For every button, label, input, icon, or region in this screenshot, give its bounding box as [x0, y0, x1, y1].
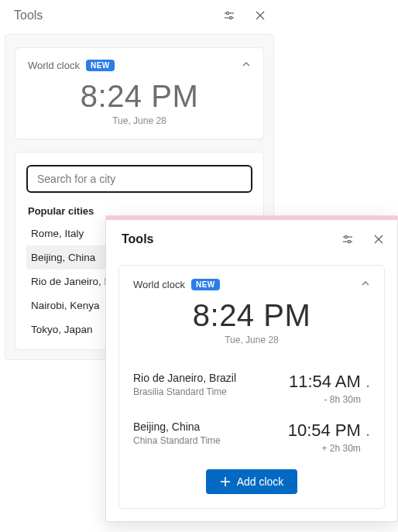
world-clock-card: World clock NEW 8:24 PM Tue, June 28 Rio… [118, 265, 385, 509]
primary-clock-date: Tue, June 28 [133, 335, 370, 345]
row-city: Beijing, China [133, 420, 288, 433]
row-timezone: Brasilia Standard Time [133, 386, 289, 397]
primary-clock: 8:24 PM Tue, June 28 [133, 298, 370, 345]
panel-header: Tools [0, 0, 279, 29]
row-city: Rio de Janeiro, Brazil [133, 372, 289, 384]
world-clock-label: World clock [133, 279, 185, 290]
row-time: 11:54 AM [289, 372, 361, 392]
world-clock-header[interactable]: World clock NEW [133, 278, 370, 290]
world-clock-label: World clock [28, 60, 80, 71]
row-timezone: China Standard Time [133, 435, 288, 446]
row-offset: + 2h 30m [288, 443, 361, 454]
new-badge: NEW [191, 279, 220, 290]
tools-panel-foreground: Tools World clock NEW [105, 215, 398, 522]
panel-title: Tools [122, 232, 153, 246]
primary-clock-time: 8:24 PM [28, 79, 251, 114]
world-clock-card: World clock NEW 8:24 PM Tue, June 28 [15, 47, 264, 139]
city-search-input[interactable] [26, 165, 252, 193]
close-icon[interactable] [245, 4, 276, 27]
chevron-up-icon[interactable] [361, 278, 370, 290]
row-offset: - 8h 30m [289, 394, 361, 405]
primary-clock-date: Tue, June 28 [28, 115, 251, 126]
add-clock-button[interactable]: Add clock [206, 469, 298, 494]
svg-point-9 [348, 240, 350, 242]
settings-sliders-icon[interactable] [214, 4, 245, 27]
world-clock-list: Rio de Janeiro, Brazil Brasilia Standard… [133, 366, 370, 463]
primary-clock-time: 8:24 PM [133, 298, 370, 333]
row-time: 10:54 PM [288, 420, 361, 441]
plus-icon [220, 476, 231, 487]
more-dot-icon[interactable]: . [365, 420, 370, 439]
settings-sliders-icon[interactable] [332, 228, 363, 251]
svg-point-7 [345, 235, 347, 238]
primary-clock: 8:24 PM Tue, June 28 [28, 79, 251, 126]
close-icon[interactable] [363, 228, 394, 251]
chevron-up-icon[interactable] [242, 59, 251, 71]
world-clock-row[interactable]: Beijing, China China Standard Time 10:54… [133, 414, 370, 463]
new-badge: NEW [86, 60, 115, 71]
world-clock-header[interactable]: World clock NEW [28, 59, 251, 71]
svg-point-1 [226, 12, 228, 14]
panel-header: Tools [106, 220, 397, 257]
panel-title: Tools [14, 9, 43, 22]
svg-point-3 [229, 16, 232, 19]
world-clock-row[interactable]: Rio de Janeiro, Brazil Brasilia Standard… [133, 366, 370, 414]
more-dot-icon[interactable]: . [365, 372, 370, 390]
add-clock-label: Add clock [237, 475, 284, 488]
